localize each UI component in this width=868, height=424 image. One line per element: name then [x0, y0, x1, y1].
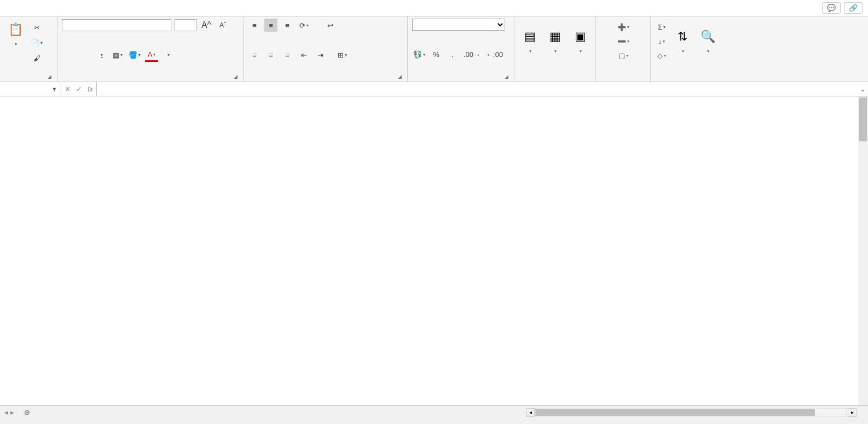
vertical-scrollbar-thumb[interactable] — [859, 98, 867, 141]
insert-cells-button[interactable]: ➕ — [600, 20, 646, 33]
cell-styles-button[interactable]: ▣ — [569, 26, 591, 56]
number-dialog-launcher[interactable]: ◢ — [505, 74, 508, 79]
font-size-select[interactable] — [175, 19, 196, 31]
merge-center-button[interactable]: ⊞ — [335, 49, 349, 62]
status-bar — [0, 419, 868, 424]
number-group-label: ◢ — [412, 78, 510, 81]
paste-button[interactable]: 📋 — [4, 19, 26, 49]
ribbon-group-styles: ▤ ▦ ▣ — [514, 16, 596, 82]
font-name-select[interactable] — [62, 19, 171, 31]
align-top-button[interactable]: ≡ — [248, 19, 261, 32]
comma-format-button[interactable]: , — [446, 48, 459, 61]
decrease-font-button[interactable]: Aˇ — [216, 19, 229, 32]
find-select-button[interactable]: 🔍 — [697, 26, 719, 56]
border-button[interactable]: ▦ — [111, 49, 124, 62]
formula-enter-button[interactable]: ✓ — [76, 85, 82, 93]
italic-button[interactable] — [78, 49, 91, 62]
cut-button[interactable]: ✂ — [30, 21, 44, 34]
clipboard-dialog-launcher[interactable]: ◢ — [48, 74, 51, 79]
increase-indent-button[interactable]: ⇥ — [314, 49, 327, 62]
decrease-indent-button[interactable]: ⇤ — [297, 49, 310, 62]
ribbon-group-font: A^ Aˇ ▦ 🪣 A ◢ — [57, 16, 244, 82]
cell-styles-icon: ▣ — [571, 28, 589, 45]
ribbon-group-editing: Σ ↓ ◇ ⇅ 🔍 — [651, 16, 723, 82]
increase-font-button[interactable]: A^ — [200, 19, 213, 32]
sheet-tab-bar: ◂ ▸ ⊕ ◂ ▸ — [0, 405, 868, 419]
sheet-tab-nav: ◂ ▸ — [0, 408, 19, 416]
ribbon-group-alignment: ≡ ≡ ≡ ⟳ ↩ ≡ ≡ ≡ ⇤ ⇥ ⊞ ◢ — [244, 16, 408, 82]
name-box-input[interactable] — [0, 84, 49, 94]
alignment-group-label: ◢ — [248, 78, 403, 81]
formula-input[interactable] — [97, 82, 857, 96]
formula-buttons: ✕ ✓ fx — [61, 82, 97, 96]
fill-button[interactable]: ↓ — [655, 35, 668, 48]
menu-right-buttons: 💬 🔗 — [822, 2, 868, 14]
format-painter-button[interactable]: 🖌 — [30, 51, 44, 65]
accounting-format-button[interactable]: 💱 — [412, 48, 426, 61]
hscroll-left-button[interactable]: ◂ — [526, 408, 535, 417]
align-left-button[interactable]: ≡ — [248, 49, 261, 62]
alignment-dialog-launcher[interactable]: ◢ — [398, 74, 402, 79]
cells-group-label — [600, 78, 646, 81]
sort-filter-icon: ⇅ — [674, 28, 691, 45]
increase-decimal-button[interactable]: .00→ — [462, 48, 482, 61]
vertical-scrollbar[interactable] — [858, 96, 868, 405]
name-box-dropdown[interactable]: ▾ — [49, 85, 59, 93]
decrease-decimal-button[interactable]: ←.00 — [485, 48, 504, 61]
qr-code-image[interactable] — [0, 96, 99, 191]
horizontal-scrollbar-thumb[interactable] — [536, 409, 815, 416]
wrap-text-button[interactable]: ↩ — [323, 19, 337, 32]
table-format-button[interactable]: ▦ — [544, 26, 566, 56]
clipboard-icon: 📋 — [7, 21, 24, 38]
ribbon: 📋 ✂ 📄 🖌 ◢ A^ Aˇ ▦ 🪣 A — [0, 16, 868, 82]
align-middle-button[interactable]: ≡ — [264, 19, 277, 32]
menu-bar: 💬 🔗 — [0, 0, 868, 16]
ribbon-group-cells: ➕ ➖ ▢ — [596, 16, 651, 82]
conditional-format-button[interactable]: ▤ — [519, 26, 541, 56]
underline-button[interactable] — [95, 49, 108, 62]
font-dialog-launcher[interactable]: ◢ — [234, 74, 238, 79]
autosum-button[interactable]: Σ — [655, 20, 668, 33]
fill-color-button[interactable]: 🪣 — [128, 49, 142, 62]
hscroll-right-button[interactable]: ▸ — [848, 408, 857, 417]
conditional-format-icon: ▤ — [521, 28, 539, 45]
comments-button[interactable]: 💬 — [822, 2, 841, 14]
ribbon-group-clipboard: 📋 ✂ 📄 🖌 ◢ — [0, 16, 57, 82]
find-select-icon: 🔍 — [699, 28, 716, 45]
font-color-button[interactable]: A — [145, 49, 158, 62]
format-cells-button[interactable]: ▢ — [600, 49, 646, 62]
name-box[interactable]: ▾ — [0, 82, 61, 96]
clear-button[interactable]: ◇ — [655, 49, 668, 62]
align-right-button[interactable]: ≡ — [281, 49, 294, 62]
formula-cancel-button[interactable]: ✕ — [65, 85, 71, 93]
clipboard-group-label: ◢ — [4, 78, 53, 81]
formula-bar: ▾ ✕ ✓ fx ⌄ — [0, 82, 868, 96]
ribbon-group-number: 💱 % , .00→ ←.00 ◢ — [408, 16, 514, 82]
editing-group-label — [655, 78, 719, 81]
percent-format-button[interactable]: % — [430, 48, 443, 61]
align-center-button[interactable]: ≡ — [264, 49, 277, 62]
number-format-select[interactable] — [412, 19, 505, 31]
horizontal-scrollbar[interactable] — [535, 409, 847, 416]
tab-nav-last[interactable]: ▸ — [10, 408, 14, 416]
add-sheet-button[interactable]: ⊕ — [19, 408, 36, 416]
table-format-icon: ▦ — [546, 28, 564, 45]
font-group-label: ◢ — [62, 78, 239, 81]
delete-cells-button[interactable]: ➖ — [600, 35, 646, 48]
tab-nav-first[interactable]: ◂ — [4, 408, 8, 416]
copy-button[interactable]: 📄 — [30, 36, 44, 49]
align-bottom-button[interactable]: ≡ — [281, 19, 294, 32]
share-button[interactable]: 🔗 — [844, 2, 863, 14]
bold-button[interactable] — [62, 49, 75, 62]
sort-filter-button[interactable]: ⇅ — [672, 26, 693, 56]
spreadsheet-area — [0, 96, 868, 405]
phonetic-button[interactable] — [161, 49, 175, 62]
orientation-button[interactable]: ⟳ — [297, 19, 310, 32]
insert-function-button[interactable]: fx — [88, 85, 93, 93]
formula-expand-button[interactable]: ⌄ — [857, 82, 868, 96]
styles-group-label — [519, 78, 591, 81]
